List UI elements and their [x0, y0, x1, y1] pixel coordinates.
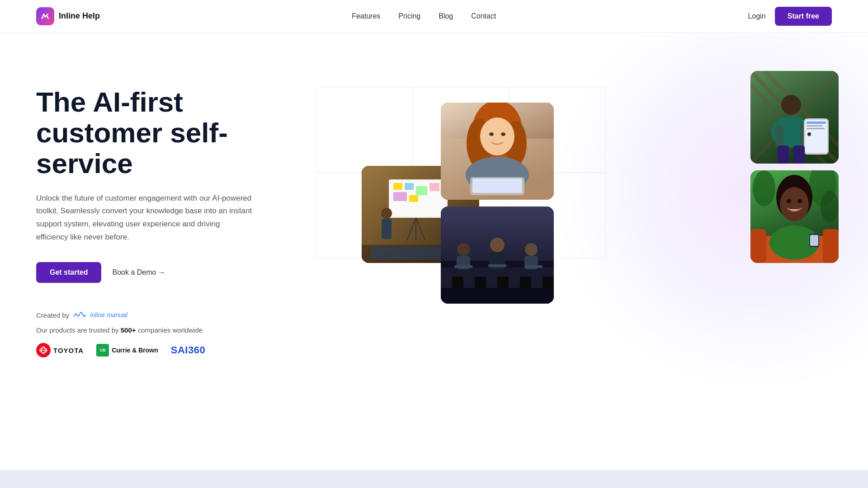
hero-subtitle: Unlock the future of customer engagement…: [36, 192, 253, 244]
toyota-icon: [36, 343, 51, 357]
main-container: The AI-first customer self-service Unloc…: [0, 33, 868, 488]
inline-manual-text: inline manual: [90, 311, 127, 319]
svg-rect-50: [463, 277, 475, 288]
svg-rect-48: [441, 277, 452, 288]
svg-rect-16: [393, 183, 402, 190]
book-demo-button[interactable]: Book a Demo →: [112, 268, 165, 277]
svg-rect-79: [807, 125, 822, 127]
svg-rect-51: [475, 277, 486, 288]
svg-rect-49: [452, 277, 463, 288]
svg-rect-55: [520, 277, 531, 288]
svg-rect-57: [542, 277, 554, 288]
toyota-logo: TOYOTA: [36, 343, 84, 357]
svg-rect-99: [810, 235, 818, 246]
svg-rect-53: [497, 277, 509, 288]
cb-text: Currie & Brown: [112, 347, 158, 354]
logo-text: Inline Help: [59, 11, 100, 21]
nav-actions: Login Start free: [748, 7, 832, 26]
hero-left: The AI-first customer self-service Unloc…: [0, 33, 344, 488]
nav-link-contact[interactable]: Contact: [471, 12, 496, 20]
svg-rect-80: [807, 128, 825, 129]
created-by-section: Created by inline manual: [36, 310, 307, 320]
svg-rect-64: [454, 265, 472, 268]
inline-manual-icon: [73, 310, 87, 320]
svg-rect-84: [793, 145, 805, 164]
svg-point-62: [525, 243, 538, 256]
svg-rect-81: [775, 125, 783, 148]
svg-point-95: [787, 199, 791, 203]
svg-rect-77: [805, 120, 827, 153]
brand-logos: TOYOTA CB Currie & Brown SAI360: [36, 343, 307, 357]
svg-point-73: [781, 95, 801, 115]
svg-rect-42: [472, 178, 522, 193]
get-started-button[interactable]: Get started: [36, 262, 101, 283]
photo-woman-laptop: [441, 103, 554, 200]
svg-rect-20: [393, 192, 407, 201]
svg-rect-91: [750, 229, 766, 263]
hero-right: [344, 33, 868, 488]
svg-point-39: [501, 132, 505, 136]
svg-point-87: [753, 170, 775, 206]
photo-office-team: [441, 206, 554, 304]
svg-rect-66: [524, 265, 542, 268]
nav-link-features[interactable]: Features: [352, 12, 380, 20]
svg-rect-83: [778, 145, 789, 164]
svg-point-89: [821, 191, 839, 222]
navbar: Inline Help Features Pricing Blog Contac…: [0, 0, 868, 33]
svg-rect-19: [429, 183, 439, 191]
svg-point-82: [807, 132, 811, 136]
login-button[interactable]: Login: [748, 12, 766, 20]
svg-rect-17: [405, 183, 414, 190]
created-by-label: Created by: [36, 311, 69, 319]
svg-point-38: [489, 132, 494, 136]
svg-point-0: [47, 14, 48, 15]
nav-link-pricing[interactable]: Pricing: [398, 12, 420, 20]
photo-woman-smiling: [750, 170, 839, 263]
svg-point-94: [780, 187, 809, 221]
inline-manual-logo: inline manual: [73, 310, 127, 320]
svg-rect-65: [488, 264, 506, 267]
svg-rect-26: [382, 219, 392, 239]
logo-icon: [36, 7, 54, 25]
sai360-logo: SAI360: [171, 344, 205, 356]
nav-links: Features Pricing Blog Contact: [352, 12, 496, 20]
svg-point-25: [381, 208, 392, 219]
photo-tablet-person: [750, 71, 839, 164]
start-free-button[interactable]: Start free: [775, 7, 832, 26]
svg-rect-21: [409, 195, 418, 202]
svg-rect-56: [531, 277, 542, 288]
logo-link[interactable]: Inline Help: [36, 7, 100, 25]
cb-icon: CB: [96, 344, 109, 357]
svg-rect-18: [416, 186, 427, 195]
trusted-text: Our products are trusted by 500+ compani…: [36, 326, 307, 334]
svg-point-96: [797, 199, 802, 203]
svg-rect-92: [823, 229, 839, 263]
svg-rect-52: [486, 277, 497, 288]
svg-point-37: [480, 117, 514, 155]
nav-link-blog[interactable]: Blog: [439, 12, 453, 20]
hero-title: The AI-first customer self-service: [36, 87, 307, 179]
svg-point-1: [84, 315, 86, 317]
currie-brown-logo: CB Currie & Brown: [96, 344, 158, 357]
svg-point-58: [457, 243, 470, 256]
svg-point-60: [490, 238, 505, 252]
svg-rect-54: [509, 277, 520, 288]
toyota-text: TOYOTA: [53, 347, 84, 354]
svg-rect-78: [807, 122, 826, 124]
hero-actions: Get started Book a Demo →: [36, 262, 307, 283]
